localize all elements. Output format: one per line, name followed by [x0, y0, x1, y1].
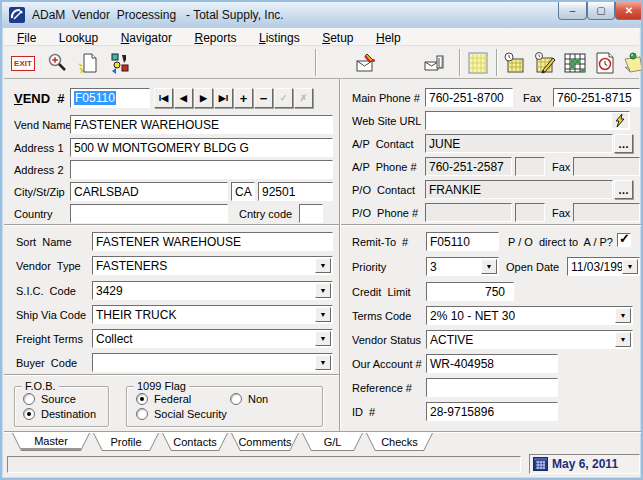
po-phone-input[interactable]: [425, 203, 512, 222]
zip-input[interactable]: 92501: [258, 182, 333, 201]
priority-select[interactable]: 3: [426, 257, 499, 276]
panel-divider-left: [4, 224, 339, 226]
terms-code-select[interactable]: 2% 10 - NET 30: [426, 306, 633, 325]
vendor-status-select[interactable]: ACTIVE: [426, 330, 633, 349]
chevron-down-icon[interactable]: [315, 283, 331, 298]
record-first-button[interactable]: I◀: [154, 88, 173, 108]
chevron-down-icon[interactable]: [615, 308, 631, 323]
menu-file[interactable]: File: [8, 29, 45, 45]
ship-via-select[interactable]: THEIR TRUCK: [92, 305, 333, 324]
record-last-button[interactable]: ▶I: [214, 88, 233, 108]
menu-lookup[interactable]: Lookup: [50, 29, 107, 45]
address1-input[interactable]: 500 W MONTGOMERY BLDG G: [70, 138, 333, 157]
buyer-code-select[interactable]: [92, 353, 333, 372]
flag-1099-legend: 1099 Flag: [134, 380, 189, 392]
main-fax-input[interactable]: 760-251-8715: [553, 88, 640, 107]
mail-attachment-button[interactable]: [422, 50, 448, 76]
url-launch-icon[interactable]: [612, 113, 628, 128]
grid-view-button[interactable]: [465, 50, 491, 76]
cntry-code-input[interactable]: [299, 204, 323, 223]
zoom-button[interactable]: [44, 50, 70, 76]
chevron-down-icon[interactable]: [315, 258, 331, 273]
chevron-down-icon[interactable]: [315, 307, 331, 322]
tab-master[interactable]: Master: [12, 433, 90, 451]
po-fax-input[interactable]: [573, 203, 640, 222]
state-input[interactable]: CA: [231, 182, 255, 201]
po-phone-ext-input[interactable]: [515, 203, 545, 222]
calendar-clock-button[interactable]: [502, 50, 528, 76]
our-account-input[interactable]: WR-404958: [426, 354, 558, 373]
menu-listings[interactable]: Listings: [250, 29, 309, 45]
table-button[interactable]: [562, 50, 588, 76]
po-contact-lookup-button[interactable]: …: [614, 180, 633, 199]
exit-button[interactable]: EXIT: [10, 50, 36, 76]
minimize-button[interactable]: –: [558, 2, 587, 20]
vend-name-input[interactable]: FASTENER WAREHOUSE: [70, 115, 333, 134]
record-prior-button[interactable]: ◀: [174, 88, 193, 108]
toolbar-separator: [496, 49, 498, 76]
web-url-input[interactable]: [425, 111, 630, 130]
menu-setup[interactable]: Setup: [313, 29, 362, 45]
sic-code-label: S.I.C. Code: [16, 285, 76, 297]
compose-mail-button[interactable]: [354, 50, 380, 76]
po-direct-checkbox[interactable]: [617, 233, 631, 247]
po-contact-input[interactable]: FRANKIE: [425, 180, 613, 199]
open-date-select[interactable]: 11/03/1998: [567, 257, 640, 276]
freight-terms-select[interactable]: Collect: [92, 329, 333, 348]
maximize-button[interactable]: ▢: [587, 2, 615, 20]
menu-bar: File Lookup Navigator Reports Listings S…: [4, 28, 639, 46]
toolbar: EXIT: [4, 47, 639, 79]
close-button[interactable]: ✕: [615, 2, 643, 20]
vendor-type-select[interactable]: FASTENERS: [92, 256, 333, 275]
menu-reports[interactable]: Reports: [186, 29, 246, 45]
sort-name-input[interactable]: FASTENER WAREHOUSE: [92, 232, 333, 251]
reference-input[interactable]: [426, 378, 558, 397]
app-window: ADaM Vendor Processing - Total Supply, I…: [0, 0, 643, 480]
new-record-button[interactable]: [76, 50, 102, 76]
history-button[interactable]: [592, 50, 618, 76]
main-phone-input[interactable]: 760-251-8700: [425, 88, 513, 107]
menu-help[interactable]: Help: [367, 29, 410, 45]
chevron-down-icon[interactable]: [481, 259, 497, 274]
toolbar-separator: [315, 49, 317, 76]
record-delete-button[interactable]: −: [254, 88, 273, 108]
sic-code-select[interactable]: 3429: [92, 281, 333, 300]
tab-profile[interactable]: Profile: [93, 433, 159, 451]
vend-number-input[interactable]: F05110: [70, 88, 150, 108]
menu-navigator[interactable]: Navigator: [112, 29, 181, 45]
calendar-edit-button[interactable]: [532, 50, 558, 76]
credit-limit-input[interactable]: 750: [426, 282, 514, 301]
remit-to-input[interactable]: F05110: [426, 232, 499, 251]
id-number-input[interactable]: 28-9715896: [426, 402, 558, 421]
chevron-down-icon[interactable]: [622, 259, 638, 274]
fob-destination-radio[interactable]: [23, 408, 35, 420]
green-grid-icon: [563, 51, 587, 75]
chevron-down-icon[interactable]: [315, 355, 331, 370]
record-next-button[interactable]: ▶: [194, 88, 213, 108]
notes-button[interactable]: [620, 50, 643, 76]
address2-input[interactable]: [70, 160, 333, 179]
flag-social-radio[interactable]: [136, 408, 148, 420]
record-insert-button[interactable]: +: [234, 88, 253, 108]
country-input[interactable]: [70, 204, 228, 223]
tab-gl[interactable]: G/L: [302, 433, 363, 451]
tab-comments[interactable]: Comments: [231, 433, 299, 451]
flag-federal-radio[interactable]: [136, 393, 148, 405]
calendar-clock-icon: [503, 51, 527, 75]
ap-contact-lookup-button[interactable]: …: [614, 134, 633, 153]
city-input[interactable]: CARLSBAD: [70, 182, 228, 201]
ap-fax-input[interactable]: [573, 157, 640, 176]
chevron-down-icon[interactable]: [315, 331, 331, 346]
address1-label: Address 1: [14, 142, 64, 154]
chevron-down-icon[interactable]: [615, 332, 631, 347]
vend-name-label: Vend Name: [14, 119, 71, 131]
ap-phone-input[interactable]: 760-251-2587: [425, 157, 512, 176]
ap-phone-ext-input[interactable]: [515, 157, 545, 176]
navigator-button[interactable]: [107, 50, 133, 76]
fob-source-radio[interactable]: [23, 393, 35, 405]
tab-contacts[interactable]: Contacts: [162, 433, 228, 451]
ap-contact-input[interactable]: JUNE: [425, 134, 613, 153]
tab-checks[interactable]: Checks: [366, 433, 433, 451]
ellipsis-icon: …: [618, 138, 629, 150]
flag-non-radio[interactable]: [230, 393, 242, 405]
